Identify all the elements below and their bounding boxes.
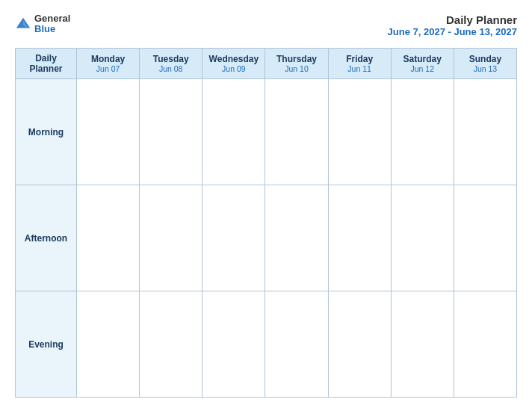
th-friday: Friday Jun 11 [328,49,391,79]
cell-evening-friday[interactable] [328,291,391,398]
logo: General Blue [15,13,70,35]
cell-morning-wednesday[interactable] [202,79,265,185]
th-first-line2: Planner [19,64,73,74]
th-friday-date: Jun 11 [332,64,388,73]
cell-morning-tuesday[interactable] [140,79,202,185]
logo-text: General Blue [34,13,70,35]
planner-table: Daily Planner Monday Jun 07 Tuesday Jun … [15,48,517,398]
header-title: Daily Planner June 7, 2027 - June 13, 20… [388,13,517,37]
header: General Blue Daily Planner June 7, 2027 … [15,13,517,37]
th-thursday: Thursday Jun 10 [265,49,328,79]
cell-evening-tuesday[interactable] [140,291,202,398]
cell-afternoon-thursday[interactable] [265,185,328,291]
page: General Blue Daily Planner June 7, 2027 … [0,0,532,411]
th-monday-name: Monday [80,54,136,64]
planner-title: Daily Planner [388,13,517,26]
cell-morning-sunday[interactable] [454,79,516,185]
cell-evening-saturday[interactable] [391,291,454,398]
cell-evening-monday[interactable] [77,291,140,398]
cell-morning-thursday[interactable] [265,79,328,185]
th-sunday: Sunday Jun 13 [454,49,516,79]
cell-evening-sunday[interactable] [454,291,516,398]
cell-morning-friday[interactable] [328,79,391,185]
header-row: Daily Planner Monday Jun 07 Tuesday Jun … [16,49,517,79]
th-saturday: Saturday Jun 12 [391,49,454,79]
cell-afternoon-wednesday[interactable] [202,185,265,291]
th-first-line1: Daily [19,53,73,64]
cell-morning-saturday[interactable] [391,79,454,185]
th-wednesday-date: Jun 09 [205,64,262,73]
th-tuesday: Tuesday Jun 08 [140,49,202,79]
label-evening: Evening [16,291,77,398]
th-saturday-name: Saturday [395,54,451,64]
th-daily-planner: Daily Planner [16,49,77,79]
cell-evening-wednesday[interactable] [202,291,265,398]
cell-afternoon-friday[interactable] [328,185,391,291]
th-sunday-name: Sunday [457,54,513,64]
cell-evening-thursday[interactable] [265,291,328,398]
cell-afternoon-tuesday[interactable] [140,185,202,291]
row-afternoon: Afternoon [16,185,517,291]
th-monday-date: Jun 07 [80,64,136,73]
th-monday: Monday Jun 07 [77,49,140,79]
cell-afternoon-monday[interactable] [77,185,140,291]
th-wednesday-name: Wednesday [205,54,262,64]
th-friday-name: Friday [332,54,388,64]
planner-subtitle: June 7, 2027 - June 13, 2027 [388,26,517,37]
th-sunday-date: Jun 13 [457,64,513,73]
th-wednesday: Wednesday Jun 09 [202,49,265,79]
cell-afternoon-sunday[interactable] [454,185,516,291]
logo-blue-text: Blue [34,24,70,34]
th-tuesday-name: Tuesday [143,54,199,64]
th-thursday-date: Jun 10 [268,64,324,73]
th-saturday-date: Jun 12 [395,64,451,73]
th-thursday-name: Thursday [268,54,324,64]
th-tuesday-date: Jun 08 [143,64,199,73]
cell-afternoon-saturday[interactable] [391,185,454,291]
label-morning: Morning [16,79,77,185]
row-morning: Morning [16,79,517,185]
row-evening: Evening [16,291,517,398]
logo-general-text: General [34,13,70,24]
label-afternoon: Afternoon [16,185,77,291]
cell-morning-monday[interactable] [77,79,140,185]
logo-icon [15,16,31,32]
